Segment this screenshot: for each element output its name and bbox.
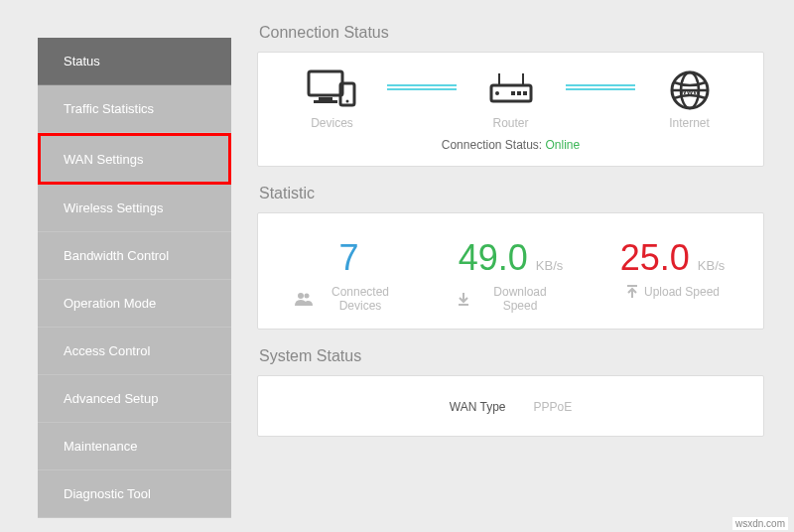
- devices-label: Devices: [311, 116, 353, 130]
- svg-point-8: [495, 91, 499, 95]
- devices-node: Devices: [278, 68, 387, 130]
- connected-devices-label: Connected Devices: [318, 285, 404, 313]
- wan-type-value: PPPoE: [533, 400, 572, 414]
- svg-rect-9: [511, 91, 515, 95]
- download-icon: [457, 292, 470, 306]
- wan-type-label: WAN Type: [450, 400, 506, 414]
- upload-speed-value: 25.0: [620, 237, 690, 279]
- sidebar-item-label: Wireless Settings: [64, 200, 163, 215]
- download-speed-label: Download Speed: [475, 285, 566, 313]
- upload-speed-label: Upload Speed: [644, 285, 720, 299]
- sidebar-item-bandwidth-control[interactable]: Bandwidth Control: [38, 232, 231, 280]
- svg-rect-11: [523, 91, 527, 95]
- watermark: wsxdn.com: [732, 517, 788, 530]
- sidebar: Status Traffic Statistics WAN Settings W…: [38, 38, 231, 532]
- internet-node: WWW Internet: [635, 68, 744, 130]
- sidebar-item-label: Status: [64, 54, 100, 68]
- sidebar-item-label: Maintenance: [64, 439, 137, 454]
- connected-devices-stat: 7 Connected Devices: [275, 237, 424, 313]
- svg-rect-1: [319, 97, 332, 100]
- connection-status-value: Online: [546, 138, 581, 152]
- svg-rect-10: [517, 91, 521, 95]
- connection-status-label: Connection Status:: [442, 138, 546, 152]
- internet-label: Internet: [669, 116, 710, 130]
- svg-point-4: [345, 100, 348, 103]
- sidebar-item-advanced-setup[interactable]: Advanced Setup: [38, 375, 231, 423]
- connection-status-panel: Devices Ro: [257, 52, 764, 167]
- upload-speed-unit: KB/s: [698, 258, 725, 273]
- connection-line-icon: [566, 84, 635, 90]
- upload-icon: [625, 285, 639, 299]
- sidebar-item-operation-mode[interactable]: Operation Mode: [38, 280, 231, 328]
- svg-rect-2: [314, 100, 337, 103]
- download-speed-stat: 49.0 KB/s Download Speed: [437, 237, 586, 313]
- sidebar-item-label: Traffic Statistics: [64, 101, 154, 116]
- statistic-panel: 7 Connected Devices 49.0 KB/s: [257, 212, 764, 330]
- router-node: Router: [457, 68, 566, 130]
- devices-icon: [307, 68, 358, 112]
- sidebar-item-wireless-settings[interactable]: Wireless Settings: [38, 185, 231, 232]
- download-speed-unit: KB/s: [536, 258, 563, 273]
- connection-status-text: Connection Status: Online: [268, 138, 753, 152]
- connection-status-title: Connection Status: [259, 24, 764, 42]
- svg-point-17: [304, 294, 309, 299]
- download-speed-value: 49.0: [459, 237, 528, 279]
- sidebar-item-label: Bandwidth Control: [64, 248, 169, 263]
- sidebar-item-wan-settings[interactable]: WAN Settings: [38, 133, 231, 185]
- sidebar-item-label: WAN Settings: [64, 152, 143, 167]
- sidebar-item-maintenance[interactable]: Maintenance: [38, 423, 231, 470]
- router-label: Router: [492, 116, 528, 130]
- sidebar-item-traffic-statistics[interactable]: Traffic Statistics: [38, 85, 231, 133]
- sidebar-item-diagnostic-tool[interactable]: Diagnostic Tool: [38, 470, 231, 518]
- connected-devices-value: 7: [338, 237, 358, 279]
- svg-rect-0: [309, 71, 342, 95]
- users-icon: [295, 292, 313, 306]
- statistic-title: Statistic: [259, 185, 764, 202]
- www-icon: WWW: [668, 68, 712, 112]
- svg-text:WWW: WWW: [680, 88, 700, 95]
- sidebar-item-label: Operation Mode: [64, 296, 156, 311]
- upload-speed-stat: 25.0 KB/s Upload Speed: [598, 237, 747, 313]
- system-status-title: System Status: [259, 347, 764, 365]
- sidebar-item-status[interactable]: Status: [38, 38, 231, 85]
- sidebar-item-label: Access Control: [64, 343, 150, 358]
- connection-line-icon: [387, 84, 457, 90]
- router-icon: [487, 68, 535, 112]
- connection-diagram: Devices Ro: [268, 68, 753, 130]
- sidebar-item-label: Advanced Setup: [64, 391, 158, 406]
- sidebar-item-access-control[interactable]: Access Control: [38, 328, 231, 375]
- main-content: Connection Status Devices: [257, 0, 794, 532]
- system-status-panel: WAN Type PPPoE: [257, 375, 764, 437]
- sidebar-item-label: Diagnostic Tool: [64, 486, 151, 501]
- svg-point-16: [298, 293, 304, 299]
